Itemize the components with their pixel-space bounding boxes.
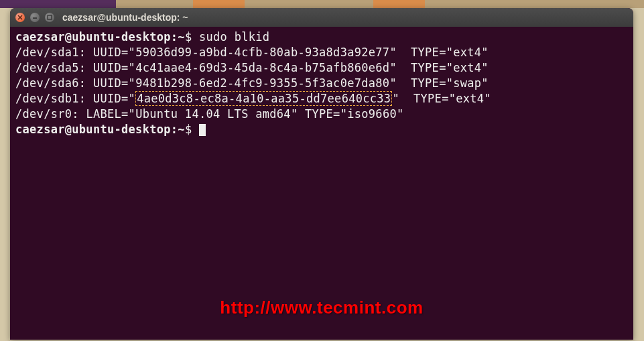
prompt-user-host: caezsar@ubuntu-desktop: [15, 30, 171, 44]
output-line-sda5: /dev/sda5: UUID="4c41aae4-69d3-45da-8c4a…: [15, 60, 628, 76]
window-controls: [15, 13, 54, 22]
highlighted-uuid: 4ae0d3c8-ec8a-4a10-aa35-dd7ee640cc33: [135, 91, 392, 106]
type-label: TYPE=: [411, 61, 446, 74]
uuid-label: UUID=: [93, 46, 129, 59]
type-value: "ext4": [446, 61, 489, 74]
output-line-sr0: /dev/sr0: LABEL="Ubuntu 14.04 LTS amd64"…: [15, 107, 628, 122]
terminal-content[interactable]: caezsar@ubuntu-desktop:~$ sudo blkid /de…: [10, 27, 633, 140]
device-name: /dev/sda5:: [15, 61, 86, 74]
prompt-path: ~: [178, 123, 185, 136]
output-line-sda6: /dev/sda6: UUID="9481b298-6ed2-4fc9-9355…: [15, 76, 628, 91]
uuid-value: "9481b298-6ed2-4fc9-9355-5f3ac0e7da80": [129, 76, 397, 90]
close-button[interactable]: [15, 13, 25, 22]
type-label: TYPE=: [411, 76, 446, 90]
prompt-colon: :: [171, 30, 178, 44]
terminal-window: caezsar@ubuntu-desktop: ~ caezsar@ubuntu…: [10, 8, 633, 340]
desktop-background: [0, 0, 644, 8]
uuid-value: "4c41aae4-69d3-45da-8c4a-b75afb860e6d": [129, 61, 397, 74]
watermark-text: http://www.tecmint.com: [220, 297, 423, 318]
prompt-colon: :: [171, 123, 178, 136]
minimize-button[interactable]: [30, 13, 40, 22]
type-value: "ext4": [446, 46, 489, 59]
device-name: /dev/sda6:: [15, 76, 86, 90]
window-title: caezsar@ubuntu-desktop: ~: [62, 12, 188, 23]
type-label: TYPE=: [411, 46, 446, 59]
uuid-label: UUID=: [93, 76, 129, 90]
cursor: [199, 124, 206, 136]
prompt-line-idle: caezsar@ubuntu-desktop:~$: [15, 122, 628, 137]
device-name: /dev/sda1:: [15, 46, 86, 59]
device-name: /dev/sdb1:: [15, 92, 86, 105]
maximize-button[interactable]: [45, 13, 54, 22]
svg-rect-0: [48, 15, 52, 19]
type-value: "iso9660": [340, 107, 404, 121]
type-value: "ext4": [449, 92, 491, 105]
type-label: TYPE=: [413, 92, 449, 105]
prompt-line: caezsar@ubuntu-desktop:~$ sudo blkid: [15, 29, 628, 45]
uuid-close-quote: ": [392, 92, 399, 105]
label-key: LABEL=: [86, 107, 128, 121]
command-text: sudo blkid: [199, 30, 269, 44]
uuid-value: "59036d99-a9bd-4cfb-80ab-93a8d3a92e77": [129, 46, 397, 59]
uuid-label: UUID=: [93, 61, 129, 74]
prompt-symbol: $: [185, 30, 192, 44]
window-titlebar[interactable]: caezsar@ubuntu-desktop: ~: [10, 8, 633, 27]
type-label: TYPE=: [305, 107, 340, 121]
prompt-path: ~: [178, 30, 185, 44]
output-line-sdb1: /dev/sdb1: UUID="4ae0d3c8-ec8a-4a10-aa35…: [15, 91, 628, 107]
type-value: "swap": [446, 76, 489, 90]
prompt-user-host: caezsar@ubuntu-desktop: [15, 123, 171, 136]
output-line-sda1: /dev/sda1: UUID="59036d99-a9bd-4cfb-80ab…: [15, 45, 628, 60]
prompt-symbol: $: [185, 123, 192, 136]
device-name: /dev/sr0:: [15, 107, 79, 121]
uuid-label: UUID=": [93, 92, 135, 105]
label-value: "Ubuntu 14.04 LTS amd64": [129, 107, 298, 121]
